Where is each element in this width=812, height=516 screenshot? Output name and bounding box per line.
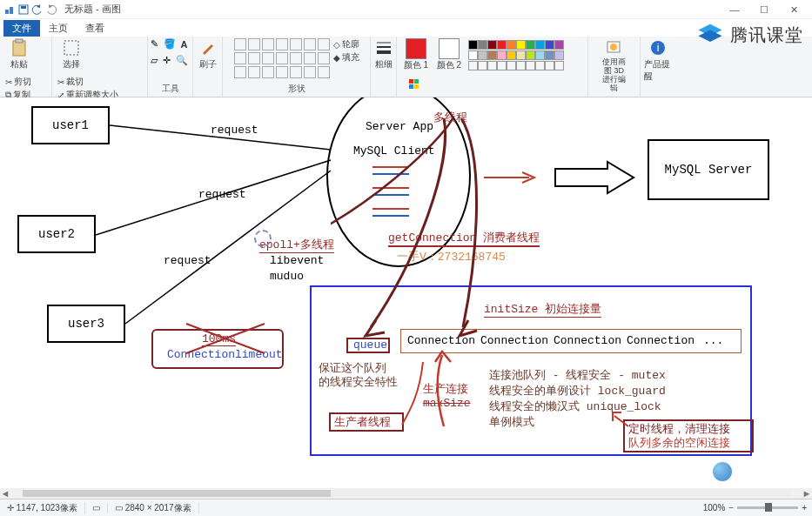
save-icon[interactable] bbox=[17, 3, 30, 16]
color2-button[interactable]: 颜色 2 bbox=[435, 38, 463, 71]
scrollbar-track[interactable] bbox=[21, 490, 791, 497]
stroke-button[interactable]: 粗细 bbox=[370, 38, 398, 70]
producer-arrow bbox=[393, 350, 489, 437]
tab-file[interactable]: 文件 bbox=[3, 20, 40, 37]
alerts-label: 产品提醒 bbox=[644, 58, 672, 83]
palette-icon bbox=[406, 77, 426, 96]
timer-arrow bbox=[609, 409, 635, 432]
crop-icon: ✂ bbox=[57, 77, 64, 87]
group-tools-label: 工具 bbox=[162, 82, 179, 95]
group-clipboard: 粘贴 ✂剪切 ⧉复制 剪贴板 bbox=[0, 37, 52, 97]
zoom-controls: 100% − + bbox=[703, 503, 807, 513]
curved-arrows bbox=[331, 111, 609, 355]
drawing-canvas[interactable]: 一手V: 13938843 user1 user2 user3 request … bbox=[0, 97, 812, 499]
svg-text:i: i bbox=[657, 42, 660, 54]
epoll-circle bbox=[254, 230, 272, 247]
group-shapes-label: 形状 bbox=[288, 82, 305, 95]
text-icon[interactable]: A bbox=[181, 39, 188, 50]
magnifier-icon[interactable]: 🔍 bbox=[176, 55, 188, 66]
minimize-button[interactable]: — bbox=[720, 0, 749, 19]
logo-text: 腾讯课堂 bbox=[730, 23, 803, 47]
conn-ell: ... bbox=[703, 334, 723, 347]
brush-button[interactable]: 刷子 bbox=[194, 38, 222, 70]
shapes-row-2[interactable] bbox=[234, 52, 330, 64]
tencent-classroom-logo: 腾讯课堂 bbox=[695, 23, 803, 47]
zoom-out-button[interactable]: − bbox=[728, 503, 734, 513]
horizontal-scrollbar[interactable]: ◄ ► bbox=[0, 488, 812, 499]
brush-icon bbox=[198, 38, 218, 57]
titlebar: 无标题 - 画图 — ☐ ✕ bbox=[0, 0, 812, 19]
pencil-icon[interactable]: ✎ bbox=[151, 38, 158, 50]
svg-rect-10 bbox=[409, 79, 413, 84]
timer-line2: 队列多余的空闲连接 bbox=[628, 435, 730, 451]
scroll-right-icon[interactable]: ► bbox=[802, 488, 812, 499]
color2-label: 颜色 2 bbox=[437, 59, 461, 71]
slide-indicator-icon bbox=[713, 462, 732, 481]
bucket-icon: ◆ bbox=[333, 53, 340, 63]
shapes-row-3[interactable] bbox=[234, 66, 330, 78]
group-paint3d: 使用画图 3D 进行编辑 bbox=[588, 37, 641, 97]
stroke-label: 粗细 bbox=[375, 58, 393, 70]
brush-label: 刷子 bbox=[199, 58, 217, 70]
redo-icon[interactable] bbox=[45, 3, 57, 16]
color1-label: 颜色 1 bbox=[404, 59, 428, 71]
stroke-icon bbox=[374, 38, 393, 57]
svg-rect-13 bbox=[414, 84, 419, 89]
scroll-left-icon[interactable]: ◄ bbox=[0, 488, 10, 499]
svg-point-15 bbox=[610, 44, 617, 50]
group-colors: 颜色 1 颜色 2 编辑颜色 颜色 bbox=[397, 37, 588, 97]
status-size: ▭ 2840 × 2017像素 bbox=[108, 502, 199, 514]
svg-rect-4 bbox=[13, 41, 25, 56]
group-shapes: ◇轮廓 ◆填充 形状 bbox=[223, 37, 371, 97]
ribbon-tabs: 文件 主页 查看 bbox=[0, 19, 812, 37]
cube-icon bbox=[695, 23, 725, 47]
close-button[interactable]: ✕ bbox=[779, 0, 809, 19]
paste-button[interactable]: 粘贴 bbox=[5, 38, 33, 70]
outline-icon: ◇ bbox=[333, 40, 340, 50]
queue-note2: 的线程安全特性 bbox=[319, 374, 398, 390]
crosshair-icon: ✛ bbox=[7, 503, 17, 513]
cut-button[interactable]: ✂剪切 bbox=[5, 76, 31, 88]
eraser-icon[interactable]: ▱ bbox=[151, 55, 158, 66]
scissors-icon: ✂ bbox=[5, 77, 12, 87]
group-brush: 刷子 bbox=[193, 37, 223, 97]
paint3d-button[interactable]: 使用画图 3D 进行编辑 bbox=[601, 38, 628, 93]
paste-label: 粘贴 bbox=[10, 58, 28, 70]
shapes-row-1[interactable] bbox=[234, 38, 330, 50]
pool-line4: 单例模式 bbox=[489, 414, 534, 430]
alerts-button[interactable]: i 产品提醒 bbox=[644, 38, 672, 83]
fill-shape-button[interactable]: ◆填充 bbox=[333, 51, 359, 64]
group-image: 选择 ✂裁切 ⤢重新调整大小 ⟳旋转 图像 bbox=[52, 37, 148, 97]
timeout-cross bbox=[160, 317, 291, 369]
dimensions-icon: ▭ bbox=[115, 503, 125, 513]
fill-icon[interactable]: 🪣 bbox=[164, 38, 176, 50]
status-pos: ✛ 1147, 1023像素 bbox=[0, 502, 85, 514]
color1-button[interactable]: 颜色 1 bbox=[402, 38, 430, 71]
picker-icon[interactable]: ✛ bbox=[163, 55, 171, 66]
tab-home[interactable]: 主页 bbox=[40, 20, 77, 37]
undo-icon[interactable] bbox=[31, 3, 44, 16]
tab-view[interactable]: 查看 bbox=[77, 20, 113, 37]
svg-rect-6 bbox=[64, 41, 78, 55]
select-icon bbox=[62, 38, 81, 57]
app-icon bbox=[3, 3, 16, 16]
quick-access-toolbar bbox=[3, 3, 57, 16]
status-selection: ▭ bbox=[85, 503, 108, 513]
zoom-in-button[interactable]: + bbox=[802, 503, 807, 513]
pool-line2: 线程安全的单例设计 lock_guard bbox=[489, 383, 666, 399]
outline-button[interactable]: ◇轮廓 bbox=[333, 38, 359, 50]
color-palette[interactable] bbox=[468, 40, 564, 70]
maximize-button[interactable]: ☐ bbox=[749, 0, 779, 19]
crop-button[interactable]: ✂裁切 bbox=[57, 76, 118, 88]
scrollbar-thumb[interactable] bbox=[23, 490, 331, 497]
pool-line1: 连接池队列 - 线程安全 - mutex bbox=[489, 367, 666, 383]
zoom-level: 100% bbox=[703, 503, 726, 513]
group-alerts: i 产品提醒 bbox=[641, 37, 675, 97]
ribbon: 粘贴 ✂剪切 ⧉复制 剪贴板 选择 ✂裁切 ⤢重新调整大小 ⟳旋转 图像 ✎ bbox=[0, 37, 812, 97]
svg-line-27 bbox=[110, 125, 331, 150]
zoom-thumb[interactable] bbox=[765, 503, 772, 512]
producer-thread-label: 生产者线程 bbox=[334, 414, 391, 430]
zoom-slider[interactable] bbox=[737, 506, 798, 509]
select-button[interactable]: 选择 bbox=[57, 38, 85, 70]
window-title: 无标题 - 画图 bbox=[64, 3, 121, 16]
